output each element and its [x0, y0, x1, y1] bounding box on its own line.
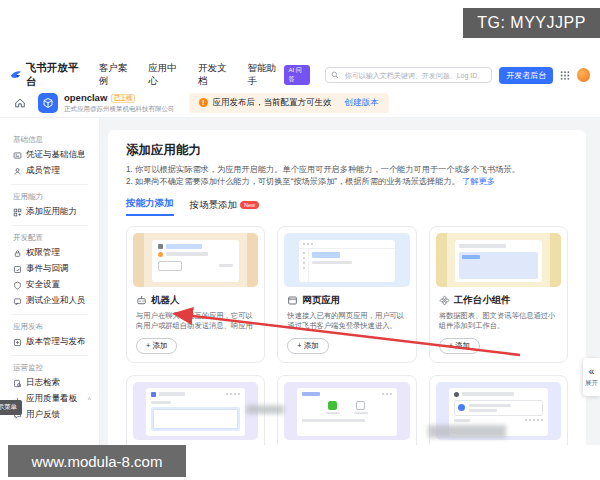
robot-icon: [136, 295, 147, 306]
sidebar-item-members[interactable]: 成员管理: [0, 163, 99, 179]
sidebar-item-test-org[interactable]: 测试企业和人员: [0, 293, 99, 309]
user-avatar[interactable]: [577, 68, 590, 82]
permission-lock-icon: [13, 249, 22, 258]
sidebar-item-label: 安全设置: [26, 279, 91, 291]
app-status-badge: 已上线: [111, 94, 135, 103]
cube-icon: [42, 97, 54, 109]
workbench-widget-icon: [439, 295, 450, 306]
app-name: openclaw: [64, 93, 107, 103]
card-title: 机器人: [151, 294, 180, 307]
sidebar-item-permissions[interactable]: 权限管理: [0, 245, 99, 261]
home-icon[interactable]: [14, 97, 26, 109]
warning-icon: !: [199, 98, 208, 107]
capability-card-grid: 机器人 与用户在聊天中交互的应用，它可以向用户或群组自动发送消息、响应用户的消.…: [126, 226, 568, 445]
credential-icon: [13, 151, 22, 160]
card-desc: 快速接入已有的网页应用，用户可以通过飞书客户端免登录快速进入。: [287, 311, 406, 333]
sidebar-item-log-search[interactable]: 日志检索: [0, 375, 99, 391]
test-org-icon: [13, 297, 22, 306]
sidebar-item-add-capability[interactable]: 添加应用能力: [0, 204, 99, 220]
double-chevron-left-icon: «: [589, 367, 595, 377]
tab-bar: 按能力添加 按场景添加 New: [126, 197, 568, 216]
nav-item-docs[interactable]: 开发文档: [198, 62, 233, 88]
description-line-2: 2. 如果尚不确定需要添加什么能力，可切换至“按场景添加”，根据所需的业务场景选…: [126, 176, 568, 188]
bot-preview: [133, 233, 258, 287]
add-web-app-button[interactable]: + 添加: [287, 338, 328, 354]
sidebar-item-label: 凭证与基础信息: [26, 149, 91, 161]
add-workbench-widget-button[interactable]: + 添加: [439, 338, 480, 354]
show-menu-tooltip: 显示菜单: [0, 400, 22, 415]
nav-item-assistant-label: 智能助手: [248, 62, 282, 88]
expand-panel-tab[interactable]: « 展开: [583, 358, 600, 396]
description-line-1: 1. 你可以根据实际需求，为应用开启能力。单个应用可开启多种能力，一个能力可用于…: [126, 164, 568, 176]
sidebar-item-credentials[interactable]: 凭证与基础信息: [0, 147, 99, 163]
sidebar-section-release: 应用发布: [13, 322, 99, 332]
top-navigation: 飞书开放平台 客户案例 应用中心 开发文档 智能助手 AI 问答 开发者后台: [0, 62, 600, 88]
sidebar-item-events[interactable]: 事件与回调: [0, 261, 99, 277]
card-docs-widget: 云文档小组件 可添加多个 在云文档中扩展内容或者添加快捷操作。: [126, 375, 265, 445]
card-base-plugin: 多维表格插件 可添加多个 在多维表格上制作视图、逻辑插件，让你的多维表格变得更强…: [277, 375, 416, 445]
sidebar: 基础信息 凭证与基础信息 成员管理 应用能力: [0, 118, 100, 445]
page-title: 添加应用能力: [126, 142, 568, 159]
sidebar-item-security[interactable]: 安全设置: [0, 277, 99, 293]
tab-by-capability[interactable]: 按能力添加: [126, 197, 174, 216]
sidebar-item-label: 测试企业和人员: [26, 295, 91, 307]
content-area: 基础信息 凭证与基础信息 成员管理 应用能力: [0, 118, 600, 445]
sidebar-item-version-release[interactable]: 版本管理与发布: [0, 334, 99, 350]
add-bot-button[interactable]: + 添加: [136, 338, 177, 354]
publish-notice: ! 应用发布后，当前配置方可生效 创建版本: [189, 93, 389, 113]
learn-more-link[interactable]: 了解更多: [462, 177, 495, 186]
developer-console-button[interactable]: 开发者后台: [499, 67, 553, 84]
tab-by-scenario[interactable]: 按场景添加 New: [190, 199, 260, 216]
card-desc: 将数据图表、图文资讯等信息通过小组件添加到工作台。: [439, 311, 558, 333]
sidebar-item-label: 版本管理与发布: [26, 336, 91, 348]
security-shield-icon: [13, 281, 22, 290]
chevron-up-icon[interactable]: ^: [88, 396, 91, 403]
sidebar-divider: [11, 184, 88, 185]
sidebar-section-dev-config: 开发配置: [13, 233, 99, 243]
nav-item-app-center[interactable]: 应用中心: [148, 62, 183, 88]
tab-by-scenario-label: 按场景添加: [190, 199, 238, 212]
screenshot-root: TG: MYYJJPP www.modula-8.com 飞书开放平台 客户案例…: [0, 0, 600, 480]
sidebar-item-label: 成员管理: [26, 165, 91, 177]
sidebar-divider: [11, 314, 88, 315]
nav-item-assistant[interactable]: 智能助手 AI 问答: [248, 62, 310, 88]
page-description: 1. 你可以根据实际需求，为应用开启能力。单个应用可开启多种能力，一个能力可用于…: [126, 164, 568, 189]
sidebar-divider: [11, 225, 88, 226]
brand[interactable]: 飞书开放平台: [10, 61, 83, 89]
blurred-region: [428, 425, 506, 438]
site-watermark: www.modula-8.com: [8, 445, 186, 477]
card-title: 工作台小组件: [454, 294, 511, 307]
sidebar-section-monitoring: 运营监控: [13, 363, 99, 373]
create-version-link[interactable]: 创建版本: [345, 97, 379, 109]
web-app-icon: [287, 295, 298, 306]
base-plugin-preview: [284, 382, 409, 440]
notice-text: 应用发布后，当前配置方可生效: [213, 97, 332, 109]
app-icon[interactable]: [38, 93, 58, 113]
apps-grid-icon[interactable]: [560, 70, 570, 81]
ai-badge: AI 问答: [284, 65, 309, 85]
card-desc: 与用户在聊天中交互的应用，它可以向用户或群组自动发送消息、响应用户的消...: [136, 311, 255, 333]
event-callback-icon: [13, 265, 22, 274]
members-icon: [13, 167, 22, 176]
version-release-icon: [13, 338, 22, 347]
add-capability-icon: [13, 208, 22, 217]
app-meta: openclaw 已上线 正式应用@苏州横莱机电科技有限公司: [64, 93, 175, 112]
main-panel: 添加应用能力 1. 你可以根据实际需求，为应用开启能力。单个应用可开启多种能力，…: [108, 130, 586, 445]
sidebar-section-capability: 应用能力: [13, 192, 99, 202]
sidebar-item-label: 应用质量看板: [26, 393, 84, 405]
log-search-icon: [13, 379, 22, 388]
feishu-logo-icon: [10, 69, 22, 82]
telegram-watermark: TG: MYYJJPP: [463, 8, 600, 38]
sidebar-section-basic: 基础信息: [13, 135, 99, 145]
new-badge: New: [240, 201, 259, 209]
card-web-app: 网页应用 快速接入已有的网页应用，用户可以通过飞书客户端免登录快速进入。 + 添…: [277, 226, 416, 363]
search-box[interactable]: [325, 67, 493, 83]
nav-item-cases[interactable]: 客户案例: [99, 62, 134, 88]
docs-widget-preview: [133, 382, 258, 440]
search-input[interactable]: [343, 71, 487, 80]
card-bot: 机器人 与用户在聊天中交互的应用，它可以向用户或群组自动发送消息、响应用户的消.…: [126, 226, 265, 363]
sidebar-item-label: 用户反馈: [26, 409, 91, 421]
sidebar-item-label: 日志检索: [26, 377, 91, 389]
sidebar-item-label: 权限管理: [26, 247, 91, 259]
app-bar: openclaw 已上线 正式应用@苏州横莱机电科技有限公司 ! 应用发布后，当…: [0, 88, 600, 118]
